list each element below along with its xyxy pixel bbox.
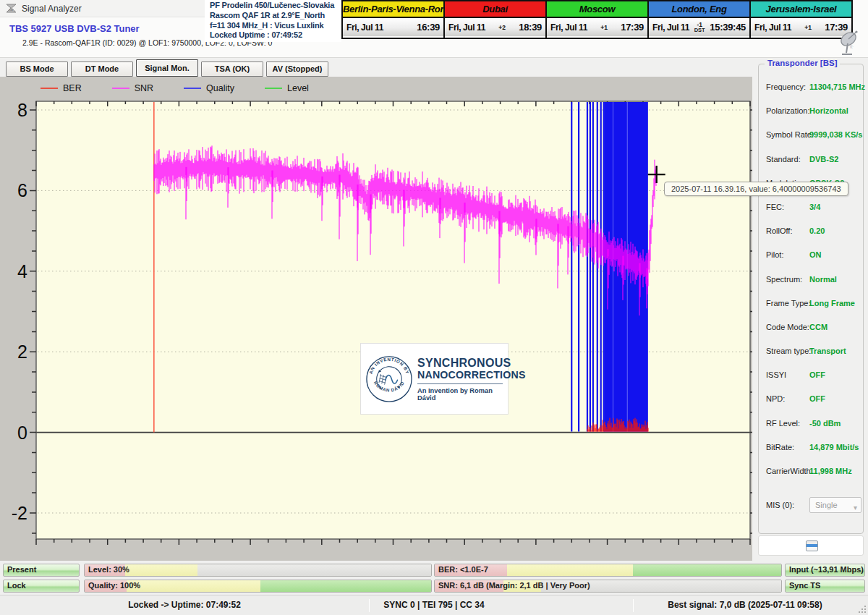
- transponder-row-value: 9999,038 KS/s: [809, 130, 862, 139]
- logo-title-line1: SYNCHRONOUS: [417, 357, 503, 369]
- transponder-row-value: 0.20: [809, 226, 825, 235]
- transponder-row: RF Level:-50 dBm: [759, 412, 863, 436]
- transponder-row-label: RF Level:: [766, 419, 800, 428]
- clock-city-label: Moscow: [547, 1, 647, 18]
- transponder-row: Spectrum:Normal: [759, 268, 863, 292]
- level-progressbar-label: Level: 30%: [88, 565, 129, 574]
- transponder-row-label: Code Mode:: [766, 323, 809, 331]
- transponder-row: Frequency:11304,715 MHz: [759, 76, 863, 100]
- svg-text:((·: ((·: [850, 44, 854, 48]
- transponder-row: Polarization:Horizontal: [759, 100, 863, 124]
- tab-dt-mode[interactable]: DT Mode: [71, 62, 133, 77]
- transponder-row-value: Long Frame: [809, 299, 855, 308]
- transponder-row: Pilot:ON: [759, 244, 863, 268]
- mis-select[interactable]: Single ▾: [809, 497, 861, 513]
- transponder-row: CarrierWidth:11,998 MHz: [759, 460, 863, 484]
- transponder-panel: Transponder [BS] Frequency:11304,715 MHz…: [752, 58, 868, 561]
- clock-city-label: Berlin-Paris-Vienna-Roma: [343, 1, 443, 18]
- statusbar: Locked -> Uptime: 07:49:52 SYNC 0 | TEI …: [0, 595, 868, 615]
- tab-bs-mode[interactable]: BS Mode: [6, 62, 68, 77]
- bar-segment-yellow: [127, 580, 260, 592]
- transponder-row-value: CCM: [809, 323, 827, 331]
- legend-label: Level: [287, 83, 309, 93]
- legend-label: BER: [63, 83, 82, 93]
- tab-signal-mon-[interactable]: Signal Mon.: [136, 59, 198, 77]
- bar-segment-yellow: [507, 564, 633, 576]
- transponder-row-label: Frame Type:: [766, 299, 811, 308]
- statusbar-best-signal: Best signal: 7,0 dB (2025-07-11 09:58): [637, 600, 854, 610]
- world-clocks: Berlin-Paris-Vienna-RomaFri, Jul 1116:39…: [341, 0, 859, 39]
- transponder-row-label: NPD:: [766, 394, 785, 403]
- transponder-row-value: -50 dBm: [809, 419, 841, 428]
- lock-indicator-label: Lock: [7, 581, 26, 590]
- resize-grip-icon[interactable]: [857, 604, 866, 613]
- svg-text:8: 8: [17, 100, 27, 120]
- tuner-title: TBS 5927 USB DVB-S2 Tuner: [9, 23, 140, 34]
- transponder-row-label: Pilot:: [766, 250, 783, 259]
- statusbar-sync-counters: SYNC 0 | TEI 795 | CC 34: [333, 600, 535, 610]
- clock-body: Fri, Jul 11+218:39: [445, 18, 545, 36]
- clock-time: 17:39: [621, 22, 644, 33]
- transponder-row-label: RollOff:: [766, 226, 792, 235]
- statusbar-divider: [369, 599, 370, 612]
- transponder-row-value: DVB-S2: [809, 155, 838, 164]
- clock-utc-offset: +1: [791, 25, 825, 30]
- clock-time: 18:39: [519, 22, 542, 33]
- tab-tsa-ok-[interactable]: TSA (OK): [201, 62, 263, 77]
- statusbar-lock-uptime: Locked -> Uptime: 07:49:52: [76, 600, 293, 610]
- svg-text:4: 4: [17, 261, 27, 281]
- legend-swatch-level: [265, 88, 282, 89]
- legend-swatch-snr: [112, 88, 129, 89]
- site-info-line: Rascom QAF 1R at 2.9°E_North: [210, 11, 336, 21]
- clock-body: Fri, Jul 11+117:39: [547, 18, 647, 36]
- snr-progressbar: SNR: 6,1 dB (Margin: 2,1 dB | Very Poor): [434, 580, 782, 593]
- statusbar-divider: [633, 599, 634, 612]
- clock-city-label: Dubai: [445, 1, 545, 18]
- chart-area[interactable]: 86420-2 BERSNRQualityLevel AN INVENTION …: [0, 77, 752, 561]
- transponder-title: Transponder [BS]: [765, 59, 840, 67]
- svg-text:-2: -2: [12, 503, 27, 523]
- svg-text:2: 2: [17, 342, 27, 362]
- transponder-rows: Frequency:11304,715 MHzPolarization:Hori…: [759, 76, 863, 484]
- signal-analyzer-window: { "window": { "title": "Signal Analyzer"…: [0, 0, 868, 615]
- drive-icon: [806, 540, 818, 551]
- clock-utc-offset: +1: [587, 25, 621, 30]
- clock-body: Fri, Jul 11+117:39: [751, 18, 851, 36]
- clock-utc-offset: [383, 27, 417, 27]
- transponder-row: Code Mode:CCM: [759, 316, 863, 340]
- transponder-row-label: ISSYI: [766, 370, 786, 379]
- clock-city-label: London, Eng: [649, 1, 749, 18]
- transponder-row: Symbol Rate:9999,038 KS/s: [759, 124, 863, 148]
- bar-segment-yellow: [125, 564, 198, 576]
- transponder-row-value: 11304,715 MHz: [809, 82, 865, 91]
- transponder-row-label: Polarization:: [766, 106, 810, 115]
- tab-av-stopped-[interactable]: AV (Stopped): [266, 62, 328, 77]
- clock-time: 15:39:45: [710, 22, 746, 33]
- transponder-row-label: Stream type:: [766, 347, 811, 355]
- transponder-row: Standard:DVB-S2: [759, 148, 863, 172]
- transponder-row-value: ON: [809, 250, 822, 259]
- transponder-row: ISSYIOFF: [759, 364, 863, 388]
- clock-date: Fri, Jul 11: [346, 22, 383, 33]
- mis-label: MIS (0):: [766, 501, 794, 509]
- mode-tabs: BS ModeDT ModeSignal Mon.TSA (OK)AV (Sto…: [6, 59, 328, 77]
- legend-label: SNR: [135, 83, 153, 93]
- header-zone: SA Signal Analyzer TBS 5927 USB DVB-S2 T…: [0, 0, 868, 58]
- satellite-dish-icon: ((·: [838, 29, 862, 56]
- transponder-row-value: Horizontal: [809, 106, 848, 115]
- transponder-row-label: Spectrum:: [766, 275, 802, 284]
- brand-badge-icon: AN INVENTION BY ROMAN DÁVID: [366, 349, 412, 410]
- chart-tooltip: 2025-07-11 16.39.16, value: 6,4000000953…: [664, 182, 848, 196]
- app-logo-icon: SA: [5, 2, 17, 14]
- svg-text:SA: SA: [9, 8, 13, 12]
- transponder-row-label: Standard:: [766, 155, 801, 164]
- titlebar: SA Signal Analyzer: [0, 0, 205, 17]
- legend-swatch-ber: [41, 88, 58, 89]
- transponder-row-value: 3/4: [809, 203, 820, 211]
- chevron-down-icon: ▾: [854, 501, 857, 515]
- logo-subtitle: An Invention by Roman Dávid: [417, 387, 503, 402]
- present-indicator-label: Present: [7, 565, 36, 574]
- record-mini-panel[interactable]: [758, 535, 864, 556]
- site-info-box: PF Prodelin 450/Lučenec-Slovakia Rascom …: [205, 0, 341, 42]
- signal-trend-chart[interactable]: 86420-2: [0, 77, 752, 561]
